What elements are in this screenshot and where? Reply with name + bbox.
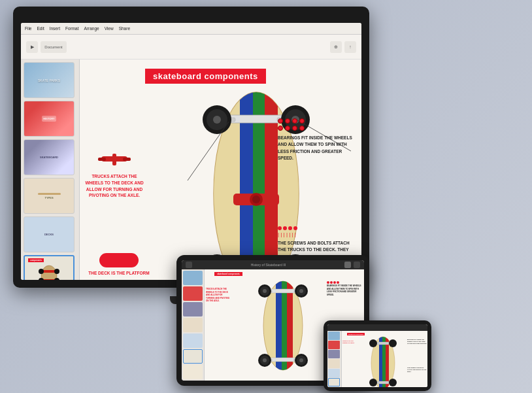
slide-thumb-5-content: DECKS	[24, 217, 74, 252]
iphone-thumb-6[interactable]	[328, 378, 340, 386]
menu-bar: File Edit Insert Format Arrange View Sha…	[21, 23, 361, 35]
iphone-screen: skateboard components	[327, 324, 427, 387]
svg-point-72	[369, 339, 377, 347]
iphone-slide-panel	[327, 331, 342, 387]
bearing-dot-1	[278, 118, 283, 124]
svg-point-65	[299, 358, 303, 362]
svg-point-19	[213, 116, 221, 124]
iphone-content: skateboard components	[327, 331, 427, 387]
deck-shape-icon	[99, 253, 139, 267]
ipad-play-btn[interactable]	[344, 262, 351, 268]
iphone: skateboard components	[324, 320, 431, 391]
slide-thumb-3-content: SKATEBOARD	[24, 140, 74, 175]
svg-rect-40	[98, 158, 106, 161]
ipad-thumb-4[interactable]	[183, 318, 203, 332]
iphone-main-slide: skateboard components	[342, 331, 427, 387]
iphone-thumb-5[interactable]	[328, 369, 340, 377]
svg-rect-71	[376, 342, 390, 345]
imac-screen: File Edit Insert Format Arrange View Sha…	[21, 23, 361, 280]
annotation-bearings: BEARINGS FIT INSIDE THE WHEELS AND ALLOW…	[278, 118, 356, 162]
ipad-skateboard-illustration	[227, 275, 339, 376]
svg-rect-46	[282, 281, 287, 370]
svg-point-73	[389, 339, 397, 347]
imac-screen-bezel: File Edit Insert Format Arrange View Sha…	[13, 7, 369, 288]
iphone-thumb-3[interactable]	[328, 350, 340, 358]
ipad-thumb-3[interactable]	[183, 302, 203, 316]
screw-dot-4	[293, 226, 297, 230]
slide-thumb-5[interactable]: DECKS	[24, 216, 75, 252]
slide-thumb-3[interactable]: SKATEBOARD	[24, 139, 75, 175]
svg-rect-42	[112, 154, 116, 165]
slide-thumb-6[interactable]: components	[24, 255, 75, 280]
menu-edit[interactable]: Edit	[37, 26, 44, 31]
svg-rect-14	[229, 115, 284, 123]
toolbar-left: ▶ Document	[26, 41, 67, 53]
svg-rect-47	[287, 281, 293, 370]
ipad-thumb-2[interactable]	[183, 286, 203, 301]
ipad-annotation-bearings: BEARINGS FIT INSIDE THE WHEELS AND ALLOW…	[327, 281, 363, 296]
bearing-dot-4	[299, 118, 305, 124]
bearing-dot-7	[292, 126, 297, 131]
bearing-dot-6	[285, 126, 290, 131]
ipad-annotation-trucks: TRUCKS ATTACH THE WHEELS TO THE DECK AND…	[206, 288, 231, 303]
ipad-thumb-5[interactable]	[183, 333, 203, 348]
ipad-share-btn[interactable]	[354, 262, 360, 268]
menu-view[interactable]: View	[105, 26, 114, 31]
slide-thumb-2[interactable]: HISTORY	[24, 101, 75, 137]
iphone-thumb-4[interactable]	[328, 359, 340, 367]
ipad-toolbar: History of Skateboard III	[182, 260, 364, 269]
content-area: SKATE PARKS HISTORY SKATEBOARD	[21, 60, 361, 280]
svg-rect-41	[123, 158, 131, 161]
zoom-button[interactable]: ⊕	[330, 41, 342, 53]
iphone-thumb-2[interactable]	[328, 341, 340, 349]
svg-rect-74	[376, 381, 390, 384]
iphone-annotation-left: TRUCKS ATTACH WHEELS TO DECK	[342, 340, 356, 344]
ipad-thumb-1[interactable]	[183, 271, 203, 285]
iphone-skateboard-illustration	[354, 334, 412, 387]
screw-dot-2	[283, 226, 287, 230]
svg-rect-57	[271, 358, 295, 362]
menu-insert[interactable]: Insert	[50, 26, 60, 31]
svg-point-4	[54, 269, 59, 274]
slide-thumb-1[interactable]: SKATE PARKS	[24, 62, 75, 98]
svg-point-62	[263, 358, 267, 362]
bearing-dot-5	[278, 126, 283, 131]
svg-point-34	[252, 196, 260, 203]
svg-point-56	[299, 289, 303, 293]
menu-arrange[interactable]: Arrange	[84, 26, 99, 31]
menu-file[interactable]: File	[25, 26, 31, 31]
deck-text: THE DECK IS THE PLATFORM	[86, 270, 152, 277]
play-button[interactable]: ▶	[26, 41, 38, 53]
bearing-text: BEARINGS FIT INSIDE THE WHEELS AND ALLOW…	[278, 135, 356, 162]
svg-rect-45	[276, 281, 282, 370]
ipad-thumb-6[interactable]	[183, 349, 203, 364]
slide-thumb-4-content: TYPES	[24, 179, 74, 213]
iphone-thumb-1[interactable]	[328, 332, 340, 340]
bearing-dot-8	[299, 126, 305, 131]
slide-panel: SKATE PARKS HISTORY SKATEBOARD	[21, 60, 80, 280]
bearing-dot-3	[292, 118, 297, 124]
slide-background: skateboard components	[80, 60, 361, 280]
svg-point-53	[263, 289, 267, 293]
screw-line-icon: | | | | | | |	[278, 231, 296, 237]
toolbar-right: ⊕ ↑	[330, 41, 356, 53]
ipad-title: History of Skateboard III	[195, 263, 342, 267]
screw-dot-1	[278, 226, 282, 230]
annotation-trucks: TRUCKS ATTACH THE WHEELS TO THE DECK AND…	[85, 151, 144, 199]
menu-share[interactable]: Share	[119, 26, 130, 31]
menu-format[interactable]: Format	[65, 26, 79, 31]
iphone-annotation-right: BEARINGS FIT INSIDE THE WHEELS AND ALLOW…	[407, 339, 427, 345]
document-button[interactable]: Document	[41, 41, 67, 53]
desktop: File Edit Insert Format Arrange View Sha…	[0, 0, 532, 393]
ipad-slide-panel	[182, 269, 205, 381]
slide-thumb-4[interactable]: TYPES	[24, 178, 75, 214]
screw-dot-3	[288, 226, 292, 230]
ipad-thumb-7[interactable]	[183, 365, 203, 379]
main-slide: skateboard components	[80, 60, 361, 280]
share-button[interactable]: ↑	[344, 41, 356, 53]
slide-thumb-6-content: components	[25, 256, 73, 280]
slide-title: skateboard components	[145, 69, 266, 84]
iphone-annotation-screws: THE SCREWS AND BOLTS ATTACH THE TRUCKS T…	[407, 367, 427, 373]
ipad-back-btn[interactable]	[186, 262, 192, 268]
slide-thumb-1-content: SKATE PARKS	[24, 63, 74, 97]
